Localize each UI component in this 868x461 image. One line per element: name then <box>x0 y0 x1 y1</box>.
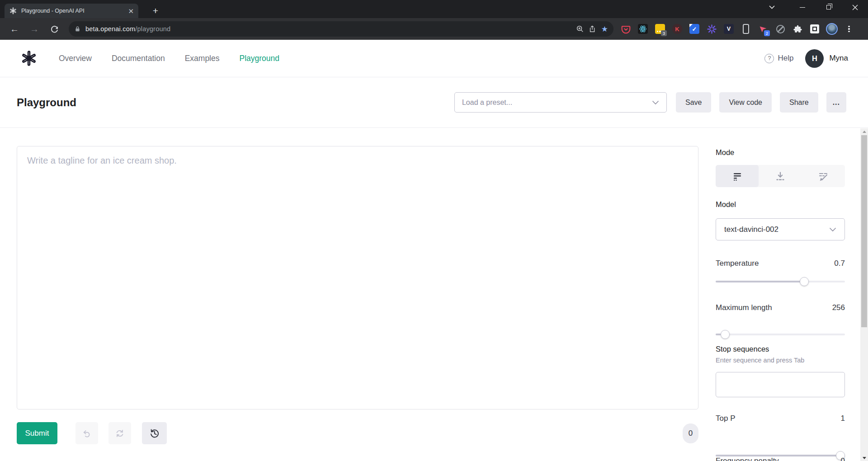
react-devtools-extension-icon[interactable] <box>634 21 651 37</box>
blocker-extension-icon[interactable] <box>772 21 789 37</box>
preset-placeholder: Load a preset... <box>462 99 652 107</box>
mode-complete-button[interactable] <box>716 165 759 187</box>
insert-mode-icon <box>775 171 786 182</box>
lock-icon[interactable] <box>74 25 81 33</box>
save-button[interactable]: Save <box>676 92 711 113</box>
chevron-down-icon <box>829 227 836 232</box>
burst-extension-icon[interactable] <box>703 21 720 37</box>
maximum-length-label: Maximum length <box>716 303 772 312</box>
tab-strip: Playground - OpenAI API ✕ + <box>0 0 868 18</box>
arrow-extension-badge: 2 <box>764 30 770 36</box>
undo-icon <box>82 428 92 438</box>
bookmark-star-icon[interactable]: ★ <box>601 24 608 34</box>
close-button[interactable] <box>842 0 868 14</box>
slider-thumb[interactable] <box>721 330 730 339</box>
chevron-down-icon <box>652 100 659 105</box>
browser-window: Playground - OpenAI API ✕ + ← → <box>0 0 868 40</box>
maximum-length-value: 256 <box>832 303 845 312</box>
extensions-puzzle-icon[interactable] <box>789 21 806 37</box>
openai-logo[interactable] <box>20 49 38 67</box>
browser-menu-icon[interactable] <box>840 21 858 37</box>
scroll-down-icon[interactable] <box>860 455 868 461</box>
history-button[interactable] <box>142 422 167 444</box>
temperature-label: Temperature <box>716 259 759 268</box>
more-button[interactable]: ... <box>826 92 846 113</box>
stop-sequences-input[interactable] <box>716 372 845 397</box>
top-p-value: 1 <box>841 414 845 423</box>
browser-tab[interactable]: Playground - OpenAI API ✕ <box>5 4 138 18</box>
minimize-button[interactable] <box>789 0 816 14</box>
frequency-penalty-value: 0 <box>841 456 845 461</box>
maximum-length-slider[interactable] <box>716 330 845 339</box>
view-code-button[interactable]: View code <box>719 92 772 113</box>
nav-link-playground[interactable]: Playground <box>240 54 280 63</box>
stop-sequences-label: Stop sequences <box>716 345 845 353</box>
url-text[interactable]: beta.openai.com/playground <box>85 25 571 33</box>
tab-close-icon[interactable]: ✕ <box>128 8 134 14</box>
mode-insert-button[interactable] <box>759 165 802 187</box>
share-icon[interactable] <box>589 25 597 33</box>
edit-mode-icon <box>818 171 829 182</box>
settings-sidebar: Mode Model <box>716 128 845 461</box>
nav-links: Overview Documentation Examples Playgrou… <box>59 54 279 63</box>
user-menu[interactable]: H Myna <box>805 49 848 68</box>
profile-avatar[interactable] <box>823 21 840 37</box>
restore-button[interactable] <box>816 0 842 14</box>
address-bar[interactable]: beta.openai.com/playground ★ <box>69 21 613 37</box>
token-counter: 0 <box>683 423 698 443</box>
nav-link-examples[interactable]: Examples <box>185 54 220 63</box>
temperature-value: 0.7 <box>834 259 845 268</box>
arrow-extension-icon[interactable]: 2 <box>755 21 772 37</box>
phone-extension-icon[interactable] <box>737 21 755 37</box>
browser-toolbar: ← → beta.openai.com/playground <box>0 18 868 40</box>
model-value: text-davinci-002 <box>724 225 829 234</box>
slider-thumb[interactable] <box>800 277 809 286</box>
forward-icon[interactable]: → <box>28 22 41 36</box>
regenerate-icon <box>115 428 125 438</box>
help-button[interactable]: ? Help <box>764 54 793 63</box>
check-extension-icon[interactable]: ✓ <box>686 21 703 37</box>
preset-select[interactable]: Load a preset... <box>454 92 667 113</box>
site-nav: Overview Documentation Examples Playgrou… <box>0 40 868 77</box>
help-label: Help <box>778 54 793 63</box>
user-avatar[interactable]: H <box>805 49 824 68</box>
stop-sequences-hint: Enter sequence and press Tab <box>716 357 845 364</box>
temperature-slider[interactable] <box>716 277 845 286</box>
model-label: Model <box>716 200 845 209</box>
top-p-label: Top P <box>716 414 735 423</box>
square-extension-icon[interactable] <box>806 21 823 37</box>
page-header: Playground Load a preset... Save View co… <box>0 77 868 128</box>
zoom-icon[interactable] <box>576 25 584 33</box>
playground-main: Submit 0 Mode <box>0 128 868 461</box>
reload-icon[interactable] <box>47 22 61 36</box>
tab-title: Playground - OpenAI API <box>21 8 124 14</box>
submit-button[interactable]: Submit <box>17 422 57 444</box>
nav-link-overview[interactable]: Overview <box>59 54 92 63</box>
share-button[interactable]: Share <box>780 92 818 113</box>
page-scrollbar[interactable] <box>860 128 868 461</box>
prompt-input[interactable] <box>17 146 698 409</box>
model-select[interactable]: text-davinci-002 <box>716 218 845 240</box>
help-icon: ? <box>764 54 774 63</box>
mode-edit-button[interactable] <box>802 165 845 187</box>
undo-button[interactable] <box>75 422 98 444</box>
nav-link-documentation[interactable]: Documentation <box>112 54 165 63</box>
extension-icons: 3 K ✓ V 2 <box>617 21 858 37</box>
openai-favicon-icon <box>9 7 17 15</box>
v-extension-icon[interactable]: V <box>720 21 737 37</box>
scrollbar-thumb[interactable] <box>861 135 867 327</box>
page-title: Playground <box>17 96 76 109</box>
tab-search-icon[interactable] <box>760 0 783 14</box>
new-tab-button[interactable]: + <box>149 5 162 17</box>
pocket-extension-icon[interactable] <box>617 21 634 37</box>
k-extension-icon[interactable]: K <box>669 21 686 37</box>
notes-extension-icon[interactable]: 3 <box>651 21 669 37</box>
history-icon <box>149 428 160 439</box>
back-icon[interactable]: ← <box>8 22 21 36</box>
mode-label: Mode <box>716 148 845 157</box>
notes-extension-badge: 3 <box>661 30 667 36</box>
frequency-penalty-label: Frequency penalty <box>716 456 779 461</box>
mode-toggle-group <box>716 165 845 187</box>
scroll-up-icon[interactable] <box>860 128 868 135</box>
regenerate-button[interactable] <box>108 422 131 444</box>
